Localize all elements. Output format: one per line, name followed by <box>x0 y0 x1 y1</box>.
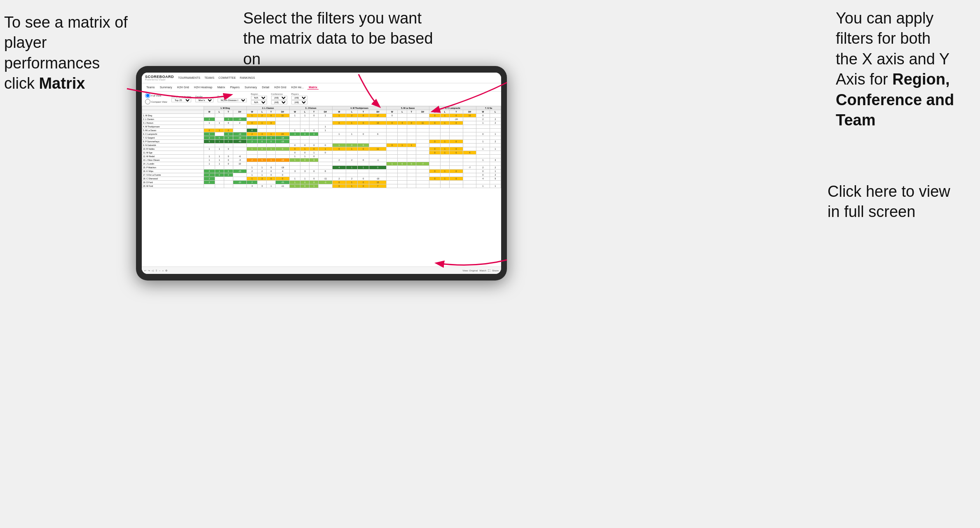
table-row: 8. P Summerhays512-48200-1601012 <box>142 140 501 144</box>
nav-teams[interactable]: TEAMS <box>204 76 214 79</box>
tab-teams[interactable]: Teams <box>145 85 156 89</box>
cell-r8-g2-c0: 0 <box>289 144 300 147</box>
annotation-right-top: You can apply filters for both the X axi… <box>836 8 976 130</box>
cell-r5-g0-c1 <box>215 132 224 136</box>
cell-r19-g0-c2 <box>224 184 233 188</box>
cell-r16-g2-c2 <box>309 173 319 177</box>
cell-r7-g0-c3: -48 <box>233 140 246 144</box>
cell-r2-g4-c2: 0 <box>407 121 416 125</box>
toolbar-redo[interactable]: ↪ <box>148 269 150 272</box>
cell-r1-g5-c0 <box>429 118 441 121</box>
toolbar-minus[interactable]: − <box>159 269 161 272</box>
cell-r16-g5-c0 <box>429 173 441 177</box>
toolbar-plus[interactable]: + <box>162 269 164 272</box>
cell-r5-g5-c3 <box>463 132 476 136</box>
cell-r17-g0-c0: 2 <box>204 177 215 181</box>
cell-r15-g0-c3: -25 <box>233 170 246 173</box>
cell-r8-g0-c0 <box>204 144 215 147</box>
cell-r9-g4-c1 <box>398 147 407 151</box>
compact-view-label[interactable]: Compact View <box>145 99 167 104</box>
cell-r18-g4-c2 <box>407 181 416 184</box>
matrix-container[interactable]: 1. W Ding 2. L Clanton 3. J Koivun 4. M … <box>142 106 501 272</box>
tab-matrix-active[interactable]: Matrix <box>307 85 319 90</box>
cell-r3-g1-c0 <box>246 125 258 129</box>
cell-r14-g1-c1: 1 <box>258 166 267 170</box>
nav-rankings[interactable]: RANKINGS <box>240 76 255 79</box>
cell-r13-g6-c1 <box>490 162 501 166</box>
compact-view-text: Compact View <box>151 101 167 103</box>
tab-h2h-heatmap[interactable]: H2H Heatmap <box>193 85 213 89</box>
cell-r18-g2-c0: 1 <box>289 181 300 184</box>
watch-btn[interactable]: Watch <box>479 269 486 272</box>
cell-r0-g1-c0: 1 <box>246 114 258 118</box>
toolbar-undo[interactable]: ↩ <box>144 269 146 272</box>
cell-r3-g6-c0 <box>476 125 490 129</box>
filter-row: Full View Compact View Max players in vi… <box>142 92 501 106</box>
tab-players[interactable]: Players <box>229 85 241 89</box>
cell-r10-g4-c1 <box>398 151 407 155</box>
cell-r10-g4-c3 <box>416 151 429 155</box>
conference-select-1[interactable]: (All) <box>271 96 287 100</box>
view-original-btn[interactable]: View: Original <box>462 269 478 272</box>
row-label-15: 16. K Vilips <box>142 170 204 173</box>
cell-r17-g5-c2: 0 <box>449 177 463 181</box>
cell-r14-g0-c0 <box>204 166 215 170</box>
gender-select[interactable]: Men's <box>195 98 213 102</box>
tab-h2h-grid2[interactable]: H2H Grid <box>273 85 287 89</box>
cell-r11-g3-c1 <box>346 155 358 158</box>
division-select[interactable]: NCAA Division I <box>218 98 247 102</box>
tab-matrix-players[interactable]: Matrix <box>216 85 226 89</box>
col-ding: 1. W Ding <box>204 106 247 110</box>
cell-r5-g2-c2: 0 <box>309 132 319 136</box>
players-select-1[interactable]: (All) <box>291 96 307 100</box>
players-select-2[interactable]: (All) <box>291 100 307 104</box>
cell-r13-g5-c0 <box>429 162 441 166</box>
cell-r18-g1-c2 <box>267 181 276 184</box>
compact-view-radio[interactable] <box>145 99 150 104</box>
region-select-2[interactable]: N/A <box>251 100 267 104</box>
ann-rb-l1: Click here to view <box>828 183 950 200</box>
gender-filter: Gender Men's <box>195 95 213 102</box>
tab-detail[interactable]: Detail <box>260 85 270 89</box>
cell-r11-g0-c0: 1 <box>204 155 215 158</box>
tab-h2h-he[interactable]: H2H He... <box>290 85 305 89</box>
cell-r11-g5-c1 <box>440 155 449 158</box>
tab-h2h-grid[interactable]: H2H Grid <box>176 85 190 89</box>
cell-r15-g5-c3 <box>463 170 476 173</box>
conference-select-2[interactable]: (All) <box>271 100 287 104</box>
sh-t4: T <box>358 110 369 114</box>
cell-r5-g2-c1: 0 <box>300 132 309 136</box>
full-view-radio[interactable] <box>145 93 150 98</box>
toolbar-share-btn[interactable]: ⇪ <box>155 269 157 272</box>
ann-rt-l4-pre: Axis for <box>836 71 892 88</box>
region-select-1[interactable]: N/A <box>251 96 267 100</box>
toolbar-back[interactable]: ◁ <box>152 269 154 272</box>
cell-r16-g0-c1: 0 <box>215 173 224 177</box>
cell-r3-g1-c3 <box>276 125 289 129</box>
share-btn[interactable]: Share <box>492 269 499 272</box>
cell-r14-g5-c2 <box>449 166 463 170</box>
cell-r18-g1-c1 <box>258 181 267 184</box>
cell-r12-g1-c1: 5 <box>258 158 267 162</box>
cell-r16-g4-c1 <box>398 173 407 177</box>
nav-tournaments[interactable]: TOURNAMENTS <box>178 76 200 79</box>
cell-r3-g4-c3 <box>416 125 429 129</box>
cell-r19-g2-c3 <box>319 184 332 188</box>
sh-w7: W <box>476 110 490 114</box>
tab-summary2[interactable]: Summary <box>244 85 258 89</box>
nav-committee[interactable]: COMMITTEE <box>218 76 236 79</box>
cell-r2-g0-c3: 2 <box>233 121 246 125</box>
cell-r14-g4-c3 <box>416 166 429 170</box>
tab-summary[interactable]: Summary <box>159 85 173 89</box>
fullscreen-btn[interactable]: ⛶ <box>488 269 490 272</box>
cell-r9-g3-c0: 0 <box>332 147 346 151</box>
max-players-select[interactable]: Top 25 <box>171 98 191 102</box>
cell-r1-g1-c3 <box>276 118 289 121</box>
cell-r18-g6-c0 <box>476 181 490 184</box>
toolbar-settings[interactable]: ⚙ <box>165 269 167 272</box>
cell-r4-g6-c1 <box>490 129 501 132</box>
cell-r4-g3-c3 <box>369 129 387 132</box>
cell-r7-g1-c1: 0 <box>258 140 267 144</box>
full-view-label[interactable]: Full View <box>145 93 167 98</box>
cell-r2-g3-c2: 0 <box>358 121 369 125</box>
